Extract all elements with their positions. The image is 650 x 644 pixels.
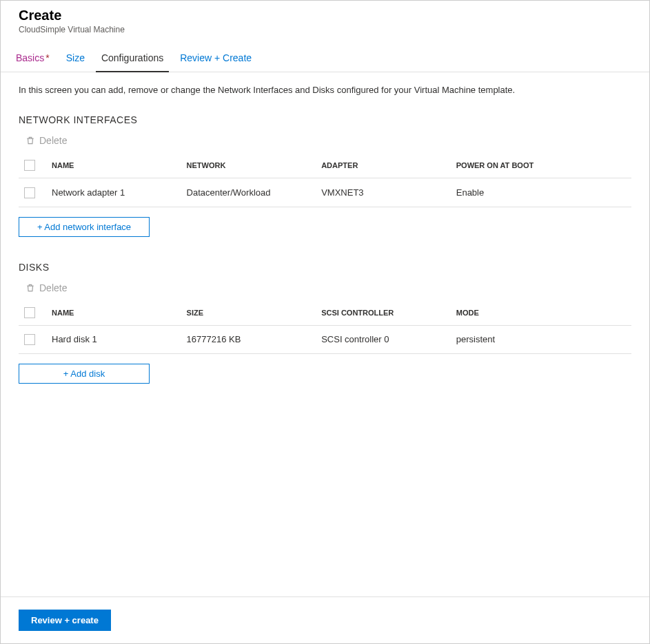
table-row[interactable]: Network adapter 1 Datacenter/Workload VM… <box>19 178 631 207</box>
tab-review-create[interactable]: Review + Create <box>172 45 260 72</box>
table-row[interactable]: Hard disk 1 16777216 KB SCSI controller … <box>19 325 631 354</box>
network-header-adapter[interactable]: ADAPTER <box>316 153 451 178</box>
page-subtitle: CloudSimple Virtual Machine <box>19 25 631 34</box>
network-header-network[interactable]: NETWORK <box>181 153 316 178</box>
tab-bar: Basics* Size Configurations Review + Cre… <box>1 45 649 72</box>
network-row-adapter: VMXNET3 <box>316 178 451 207</box>
disks-section-title: DISKS <box>19 262 631 273</box>
disks-table: NAME SIZE SCSI CONTROLLER MODE Hard disk… <box>19 300 631 355</box>
tab-configurations[interactable]: Configurations <box>93 45 172 72</box>
page-title: Create <box>19 8 631 23</box>
trash-icon <box>26 283 35 293</box>
tab-basics-label: Basics <box>16 52 44 63</box>
add-network-interface-button[interactable]: + Add network interface <box>19 217 150 237</box>
network-row-network: Datacenter/Workload <box>181 178 316 207</box>
network-row-power: Enable <box>451 178 631 207</box>
disks-row-scsi: SCSI controller 0 <box>316 325 451 354</box>
disks-row-checkbox-cell <box>19 325 46 354</box>
network-table: NAME NETWORK ADAPTER POWER ON AT BOOT Ne… <box>19 153 631 207</box>
required-marker: * <box>45 52 49 63</box>
network-interfaces-section: NETWORK INTERFACES Delete NAME NETWORK A… <box>19 114 631 237</box>
disks-header-scsi[interactable]: SCSI CONTROLLER <box>316 300 451 326</box>
disks-header-name[interactable]: NAME <box>46 300 181 326</box>
disks-section: DISKS Delete NAME SIZE SCSI CONTROLLER M… <box>19 262 631 384</box>
network-delete-label: Delete <box>39 135 67 146</box>
disks-header-size[interactable]: SIZE <box>181 300 316 326</box>
disks-row-checkbox[interactable] <box>24 334 35 345</box>
disks-delete-button[interactable]: Delete <box>26 282 67 293</box>
disks-row-mode: persistent <box>451 325 631 354</box>
network-delete-button[interactable]: Delete <box>26 135 67 146</box>
intro-text: In this screen you can add, remove or ch… <box>19 85 631 95</box>
disks-delete-label: Delete <box>39 282 67 293</box>
disks-row-name: Hard disk 1 <box>46 325 181 354</box>
page-header: Create CloudSimple Virtual Machine <box>1 1 649 41</box>
network-row-checkbox-cell <box>19 178 46 207</box>
network-row-name: Network adapter 1 <box>46 178 181 207</box>
disks-row-size: 16777216 KB <box>181 325 316 354</box>
disks-header-checkbox-cell <box>19 300 46 326</box>
review-create-button[interactable]: Review + create <box>19 610 111 631</box>
tab-basics[interactable]: Basics* <box>8 45 58 72</box>
tab-size[interactable]: Size <box>58 45 93 72</box>
network-section-title: NETWORK INTERFACES <box>19 114 631 125</box>
content-area: In this screen you can add, remove or ch… <box>1 72 649 596</box>
network-header-name[interactable]: NAME <box>46 153 181 178</box>
disks-header-mode[interactable]: MODE <box>451 300 631 326</box>
network-select-all-checkbox[interactable] <box>24 160 35 171</box>
disks-select-all-checkbox[interactable] <box>24 307 35 318</box>
trash-icon <box>26 136 35 145</box>
network-header-checkbox-cell <box>19 153 46 178</box>
network-row-checkbox[interactable] <box>24 187 35 198</box>
add-disk-button[interactable]: + Add disk <box>19 364 150 384</box>
footer: Review + create <box>1 596 649 643</box>
network-header-power[interactable]: POWER ON AT BOOT <box>451 153 631 178</box>
